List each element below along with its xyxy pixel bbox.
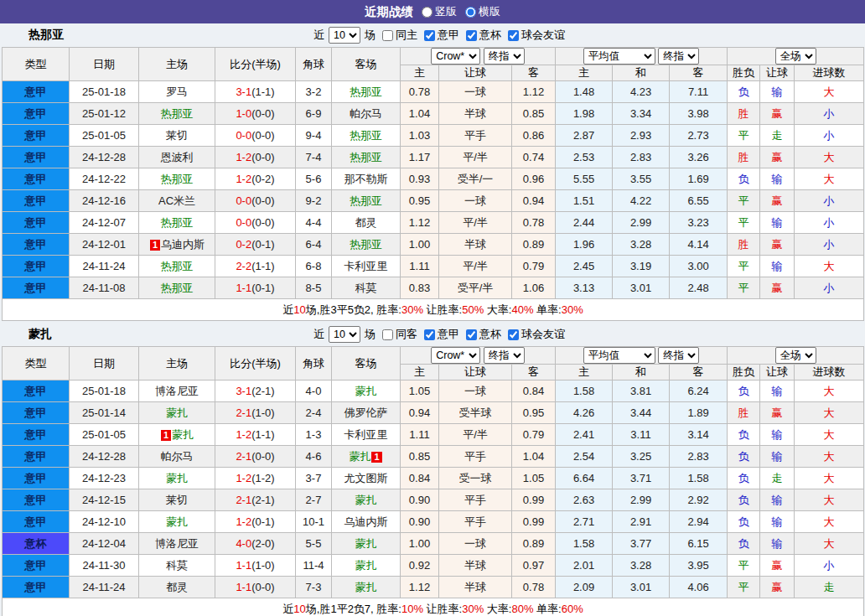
winlose-result-cell: 负 [728,468,760,489]
avg-home-cell: 6.64 [556,468,613,489]
bookmaker-select[interactable]: Crow* [431,48,480,65]
home-odds-cell: 0.94 [401,402,439,424]
final-odds-select[interactable]: 终指 [484,347,525,364]
filter-bar: 近 10 场 同客 意甲 意杯 球会友谊 [313,326,565,343]
matches-table-genoa: 类型 日期 主场 比分(半场) 角球 客场 Crow* 终指 平均值 终指 全场… [2,47,864,321]
handicap-result-cell: 输 [760,511,795,533]
goals-result-cell: 大 [795,81,864,103]
team-name: 乌迪内斯 [344,515,388,528]
fulltime-score: 1-2 [236,428,251,441]
avg-home-cell: 5.55 [556,168,613,190]
home-odds-cell: 1.17 [401,147,439,168]
halftime-score: (0-0) [251,216,274,229]
goals-result-cell: 大 [795,468,864,489]
match-date: 24-12-04 [70,533,139,555]
fulltime-score: 1-1 [236,581,251,593]
goals-result-cell: 小 [795,125,864,147]
same-venue-checkbox[interactable] [382,329,393,340]
recent-count-select[interactable]: 10 [329,326,360,343]
vertical-radio[interactable] [422,7,432,18]
fulltime-select[interactable]: 全场 [775,48,816,65]
team-name: 热那亚 [161,107,194,120]
goals-result-cell: 大 [795,147,864,168]
match-row: 意甲24-12-011乌迪内斯0-2(0-1)6-4热那亚1.00半球0.891… [3,234,864,256]
serie-a-checkbox[interactable] [424,329,435,340]
final-odds-select-2[interactable]: 终指 [658,48,699,65]
match-row: 意甲24-11-24都灵1-1(0-0)7-3蒙扎1.12半球0.782.093… [3,577,864,598]
corner-cell: 3-2 [296,81,332,103]
average-select[interactable]: 平均值 [583,48,655,65]
score-cell: 3-1(1-1) [215,81,296,103]
friendly-checkbox[interactable] [508,329,519,340]
league-type-cell: 意甲 [3,555,70,577]
avg-away-cell: 3.14 [670,424,728,446]
handicap-result-cell: 输 [760,380,795,402]
match-date: 25-01-14 [70,402,139,424]
home-odds-cell: 1.05 [401,380,439,402]
col-corner: 角球 [296,347,332,380]
home-odds-cell: 1.04 [401,103,439,125]
handicap-cell: 半球 [439,577,512,598]
handicap-cell: 受半球 [439,402,512,424]
coppa-checkbox[interactable] [466,329,477,340]
match-date: 25-01-05 [70,424,139,446]
team-name: 热那亚 [161,260,194,272]
horizontal-radio[interactable] [465,7,476,18]
bookmaker-select[interactable]: Crow* [431,347,480,364]
fulltime-select[interactable]: 全场 [775,347,816,364]
score-cell: 0-0(0-0) [215,190,296,212]
fulltime-score: 1-2 [236,515,251,528]
corner-cell: 3-7 [296,468,332,489]
away-team-cell: 蒙扎1 [332,446,401,468]
handicap-result-cell: 赢 [760,103,795,125]
serie-a-checkbox[interactable] [424,30,435,41]
home-odds-cell: 0.84 [401,468,439,489]
halftime-score: (0-0) [251,129,274,142]
fulltime-score: 2-1 [236,494,251,506]
avg-home-cell: 2.09 [556,577,613,598]
red-card-badge: 1 [161,430,171,441]
sub-avg-draw: 和 [613,365,670,380]
avg-away-cell: 1.58 [670,468,728,489]
avg-draw-cell: 3.01 [613,277,670,299]
fulltime-score: 3-1 [236,85,251,98]
final-odds-select-2[interactable]: 终指 [658,347,699,364]
team-name: 恩波利 [161,151,194,163]
match-date: 24-12-23 [70,468,139,489]
match-date: 24-11-30 [70,555,139,577]
handicap-result-cell: 输 [760,424,795,446]
corner-cell: 4-4 [296,212,332,234]
recent-count-select[interactable]: 10 [329,27,360,44]
away-odds-cell: 0.86 [512,125,556,147]
halftime-score: (1-1) [251,85,274,98]
layout-vertical-option[interactable]: 竖版 [422,4,457,19]
layout-horizontal-option[interactable]: 横版 [465,4,500,19]
team-name: 莱切 [166,129,188,142]
away-team-cell: 蒙扎 [332,577,401,598]
home-team-cell: 热那亚 [139,103,215,125]
corner-cell: 5-6 [296,168,332,190]
handicap-cell: 平手 [439,446,512,468]
friendly-label: 球会友谊 [521,28,565,43]
halftime-score: (2-1) [251,385,274,397]
halftime-score: (1-2) [251,472,274,484]
team-name: 博洛尼亚 [155,537,199,550]
home-team-cell: 蒙扎 [139,402,215,424]
average-select[interactable]: 平均值 [583,347,655,364]
coppa-checkbox[interactable] [466,30,477,41]
avg-home-cell: 1.58 [556,380,613,402]
away-team-cell: 热那亚 [332,190,401,212]
final-odds-select[interactable]: 终指 [484,48,525,65]
same-venue-label: 同客 [396,327,417,342]
avg-draw-cell: 3.34 [613,103,670,125]
avg-draw-cell: 2.91 [613,511,670,533]
same-venue-checkbox[interactable] [382,30,393,41]
friendly-checkbox[interactable] [508,30,519,41]
halftime-score: (2-1) [251,494,274,506]
sub-avg-home: 主 [556,65,613,81]
fulltime-group-header: 全场 [728,48,864,65]
avg-home-cell: 2.44 [556,212,613,234]
avg-draw-cell: 3.01 [613,577,670,598]
avg-draw-cell: 2.99 [613,212,670,234]
team-name: 蒙扎 [349,450,370,463]
